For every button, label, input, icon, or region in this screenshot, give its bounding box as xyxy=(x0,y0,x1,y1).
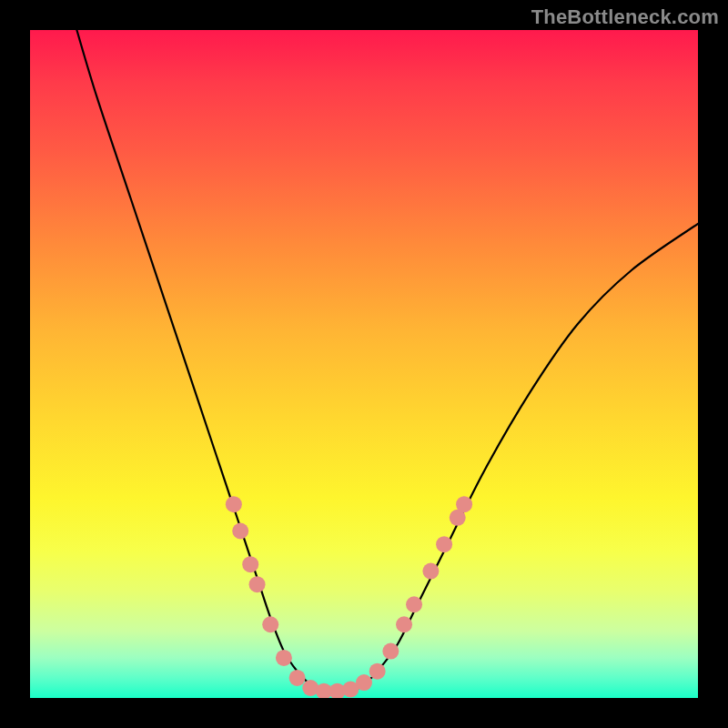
chart-marker xyxy=(369,663,386,680)
chart-frame: TheBottleneck.com xyxy=(0,0,728,728)
chart-marker xyxy=(436,536,452,552)
chart-markers xyxy=(226,496,472,698)
chart-overlay-svg xyxy=(30,30,698,698)
chart-marker xyxy=(316,683,332,698)
chart-marker xyxy=(289,670,306,686)
chart-marker xyxy=(242,556,258,572)
chart-marker xyxy=(456,496,472,512)
chart-marker xyxy=(356,674,372,691)
chart-marker xyxy=(406,596,422,612)
chart-marker xyxy=(262,616,278,632)
chart-marker xyxy=(422,563,439,580)
chart-marker xyxy=(249,576,266,592)
chart-marker xyxy=(396,616,412,632)
chart-plot-area xyxy=(30,30,698,698)
chart-marker xyxy=(450,510,466,526)
chart-marker xyxy=(232,523,248,540)
chart-marker xyxy=(329,683,346,698)
watermark-text: TheBottleneck.com xyxy=(531,5,719,29)
chart-marker xyxy=(342,681,359,697)
chart-marker xyxy=(382,643,399,660)
bottleneck-curve xyxy=(76,30,698,692)
chart-marker xyxy=(302,680,318,696)
chart-marker xyxy=(276,650,292,666)
chart-marker xyxy=(226,496,242,512)
